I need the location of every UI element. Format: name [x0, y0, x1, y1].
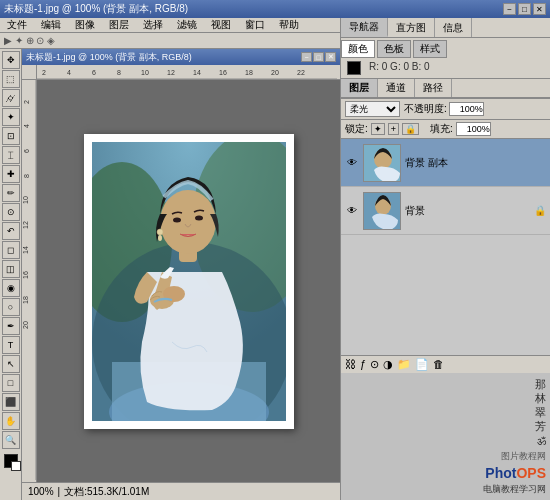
layer-name-bg-copy: 背景 副本	[405, 156, 546, 170]
layer-item-bg[interactable]: 👁 背景 🔒	[341, 187, 550, 235]
background-color[interactable]	[11, 461, 21, 471]
nav-tabs: 导航器 直方图 信息	[341, 18, 550, 38]
svg-text:10: 10	[141, 69, 149, 76]
svg-text:6: 6	[92, 69, 96, 76]
delete-layer-btn[interactable]: 🗑	[433, 358, 444, 370]
tool-eyedropper[interactable]: ⌶	[2, 146, 20, 164]
canvas-area: 文件 编辑 图像 图层 选择 滤镜 视图 窗口 帮助 ▶ ✦ ⊕ ⊙ ◈ ✥ ⬚…	[0, 18, 340, 500]
tool-magic-wand[interactable]: ✦	[2, 108, 20, 126]
svg-text:20: 20	[22, 321, 29, 329]
tab-navigator[interactable]: 导航器	[341, 18, 388, 37]
tool-crop[interactable]: ⊡	[2, 127, 20, 145]
tool-hand[interactable]: ✋	[2, 412, 20, 430]
lock-all-icon[interactable]: 🔒	[402, 123, 419, 135]
layer-visibility-bg-copy[interactable]: 👁	[345, 156, 359, 170]
options-text: ▶ ✦ ⊕ ⊙ ◈	[4, 35, 55, 46]
tool-move[interactable]: ✥	[2, 51, 20, 69]
fill-label: 填充:	[430, 122, 453, 136]
doc-minimize[interactable]: −	[301, 52, 312, 62]
tool-gradient[interactable]: ◫	[2, 260, 20, 278]
app-title: 未标题-1.jpg @ 100% (背景 副本, RGB/8)	[4, 2, 188, 16]
menu-window[interactable]: 窗口	[242, 18, 268, 32]
doc-info: 文档:515.3K/1.01M	[64, 485, 149, 499]
menu-edit[interactable]: 编辑	[38, 18, 64, 32]
layers-tabs: 图层 通道 路径	[341, 79, 550, 98]
new-layer-btn[interactable]: 📄	[415, 358, 429, 371]
menu-help[interactable]: 帮助	[276, 18, 302, 32]
tab-info[interactable]: 信息	[435, 18, 472, 37]
menu-image[interactable]: 图像	[72, 18, 98, 32]
fg-bg-colors	[4, 454, 18, 468]
vertical-ruler: 2 4 6 8 10 12 14 16 18 20	[22, 80, 37, 482]
tool-stamp[interactable]: ⊙	[2, 203, 20, 221]
menu-select[interactable]: 选择	[140, 18, 166, 32]
tool-dodge[interactable]: ○	[2, 298, 20, 316]
svg-text:18: 18	[245, 69, 253, 76]
fill-input[interactable]	[456, 122, 491, 136]
new-adjustment-btn[interactable]: ◑	[383, 358, 393, 371]
lock-pixels-icon[interactable]: ✦	[371, 123, 385, 135]
menu-layer[interactable]: 图层	[106, 18, 132, 32]
tool-pen[interactable]: ✒	[2, 317, 20, 335]
doc-title: 未标题-1.jpg @ 100% (背景 副本, RGB/8)	[26, 51, 192, 64]
foreground-color[interactable]	[4, 454, 18, 468]
doc-maximize[interactable]: □	[313, 52, 324, 62]
tool-text[interactable]: T	[2, 336, 20, 354]
svg-text:2: 2	[42, 69, 46, 76]
tool-history[interactable]: ↶	[2, 222, 20, 240]
calligraphy-text: 那林翠芳ॐ	[535, 377, 546, 448]
lock-position-icon[interactable]: +	[388, 123, 399, 135]
app-title-bar: 未标题-1.jpg @ 100% (背景 副本, RGB/8) − □ ✕	[0, 0, 550, 18]
svg-point-31	[173, 217, 181, 222]
link-layers-btn[interactable]: ⛓	[345, 358, 356, 370]
menu-file[interactable]: 文件	[4, 18, 30, 32]
svg-point-34	[158, 235, 162, 241]
window-controls[interactable]: − □ ✕	[503, 3, 546, 15]
doc-close[interactable]: ✕	[325, 52, 336, 62]
ruler-corner	[22, 65, 37, 80]
tab-channels[interactable]: 通道	[378, 79, 415, 97]
subtitle-label: 电脑教程学习网	[483, 483, 546, 496]
opacity-input[interactable]	[449, 102, 484, 116]
tab-color[interactable]: 颜色	[341, 40, 375, 58]
maximize-button[interactable]: □	[518, 3, 531, 15]
tool-zoom[interactable]: 🔍	[2, 431, 20, 449]
layer-lock-icon: 🔒	[534, 205, 546, 216]
svg-text:14: 14	[193, 69, 201, 76]
layer-item-bg-copy[interactable]: 👁 背景 副本	[341, 139, 550, 187]
tab-layers[interactable]: 图层	[341, 79, 378, 97]
color-info: R: 0 G: 0 B: 0	[341, 58, 550, 78]
tool-marquee[interactable]: ⬚	[2, 70, 20, 88]
horizontal-ruler: 2 4 6 8 10 12 14 16 18 20 22	[37, 65, 340, 80]
tool-blur[interactable]: ◉	[2, 279, 20, 297]
photo-frame	[84, 134, 294, 429]
blend-mode-select[interactable]: 柔光 正常 正片叠底 滤色 叠加	[345, 101, 400, 117]
doc-window-controls[interactable]: − □ ✕	[301, 52, 336, 62]
tool-lasso[interactable]: ⌭	[2, 89, 20, 107]
svg-point-33	[157, 229, 163, 235]
tool-eraser[interactable]: ◻	[2, 241, 20, 259]
minimize-button[interactable]: −	[503, 3, 516, 15]
tool-shape[interactable]: □	[2, 374, 20, 392]
ruler-h-svg: 2 4 6 8 10 12 14 16 18 20 22	[37, 65, 340, 79]
tab-swatches[interactable]: 色板	[377, 40, 411, 58]
tool-heal[interactable]: ✚	[2, 165, 20, 183]
tool-brush[interactable]: ✏	[2, 184, 20, 202]
menu-view[interactable]: 视图	[208, 18, 234, 32]
tab-paths[interactable]: 路径	[415, 79, 452, 97]
svg-text:8: 8	[23, 174, 30, 178]
tab-styles[interactable]: 样式	[413, 40, 447, 58]
svg-text:8: 8	[117, 69, 121, 76]
tool-3d[interactable]: ⬛	[2, 393, 20, 411]
tool-path-select[interactable]: ↖	[2, 355, 20, 373]
menu-filter[interactable]: 滤镜	[174, 18, 200, 32]
svg-point-30	[160, 190, 216, 254]
add-mask-btn[interactable]: ⊙	[370, 358, 379, 371]
color-value: R: 0 G: 0 B: 0	[369, 61, 430, 75]
svg-text:20: 20	[271, 69, 279, 76]
layer-visibility-bg[interactable]: 👁	[345, 204, 359, 218]
new-group-btn[interactable]: 📁	[397, 358, 411, 371]
add-style-btn[interactable]: ƒ	[360, 358, 366, 370]
close-button[interactable]: ✕	[533, 3, 546, 15]
tab-histogram[interactable]: 直方图	[388, 18, 435, 37]
